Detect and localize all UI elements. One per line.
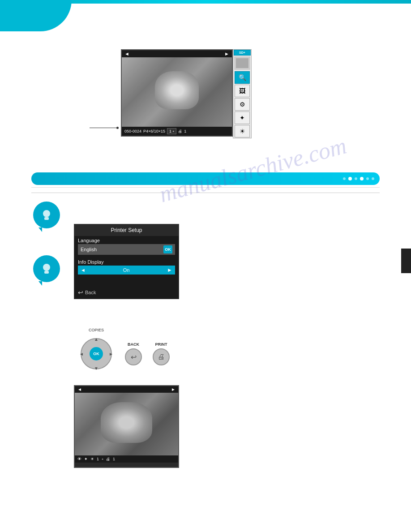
sd-card-icon [236,58,248,68]
annotation-line [90,128,119,128]
dialog-title: Printer Setup [74,224,179,236]
step-2-bubble [33,255,60,282]
sidebar-icon-settings[interactable]: ⚙ [235,98,250,111]
copies-box: 1 + [167,128,176,134]
lcd-nav-row: ◄ ► [122,50,232,57]
top-lcd-screen: ◄ ► 050-0024 P4×6/10×15 1 + 🖨 1 [121,49,233,137]
bottom-copies-plus: + [102,458,103,461]
d-pad: COPIES OK ▲ ▼ ◄ ► [78,336,114,372]
progress-section [31,172,380,185]
dot-3 [355,177,357,180]
step-2-icon [40,262,53,275]
print-button-label: PRINT [155,342,167,347]
info-display-right-arrow[interactable]: ► [167,267,172,273]
svg-rect-3 [44,271,49,274]
info-display-left-arrow[interactable]: ◄ [81,267,86,273]
bottom-lcd-screen: ◄ ► 👁 ✦ ☀ 1 + 🖨 1 [74,385,179,468]
dot-6 [372,177,374,180]
sidebar-icon-camera[interactable]: 🔍 [235,71,250,84]
printer-setup-dialog: Printer Setup Language English OK Info D… [74,224,179,299]
controller-area: COPIES OK ▲ ▼ ◄ ► BACK ↩ PRINT 🖨 [78,336,170,372]
dialog-spacer [74,277,179,286]
dot-1 [343,177,346,180]
print-icon: 🖨 [178,129,182,133]
bottom-lcd-photo [75,393,178,455]
back-button-label: BACK [128,342,139,347]
dialog-back[interactable]: ↩ Back [74,286,179,299]
back-button-icon: ↩ [131,353,137,361]
d-pad-down-button[interactable]: ▼ [94,366,98,371]
step-1-bubble [33,202,60,228]
separator-top [31,187,380,188]
bottom-right-arrow[interactable]: ► [171,387,176,392]
sd-icon-area [234,56,250,70]
language-label: Language [74,236,179,244]
back-label: Back [85,290,96,295]
bottom-left-arrow[interactable]: ◄ [77,387,82,392]
dot-4 [360,177,364,180]
copies-num: 1 [184,129,186,133]
ok-button[interactable]: OK [163,245,172,253]
language-field: English OK [78,244,175,255]
bottom-camera-icon: 👁 [77,457,81,461]
bottom-count: 1 [113,457,115,461]
info-display-field: ◄ On ► [78,266,175,275]
print-size: P4×6/10×15 [143,129,165,133]
divider-line [31,193,380,193]
d-pad-right-button[interactable]: ► [109,352,113,356]
svg-point-0 [43,210,50,217]
info-display-value: On [123,267,130,273]
back-button-container: BACK ↩ [125,342,142,365]
bottom-dog-photo [75,393,178,455]
bottom-effect-icon: ✦ [84,457,88,461]
svg-point-2 [43,264,50,271]
bottom-lcd-nav: ◄ ► [75,386,178,393]
dot-5 [366,177,369,180]
sidebar-icon-image[interactable]: 🖼 [235,85,250,97]
sidebar-icon-brightness[interactable]: ☀ [235,125,250,137]
print-button-container: PRINT 🖨 [153,342,170,365]
step-1-icon [40,208,53,222]
top-lcd-container: ◄ ► 050-0024 P4×6/10×15 1 + 🖨 1 SD+ 🔍 🖼 … [121,49,252,138]
lcd-sidebar: SD+ 🔍 🖼 ⚙ ✦ ☀ [233,49,252,138]
top-blob [0,0,72,36]
lcd-info-bar: 050-0024 P4×6/10×15 1 + 🖨 1 [122,127,232,136]
lcd-right-arrow[interactable]: ► [224,51,229,56]
language-value: English [81,247,97,252]
progress-dots [343,177,374,180]
d-pad-left-button[interactable]: ◄ [79,352,84,356]
sd-button[interactable]: SD+ [234,50,251,56]
sidebar-icon-effect[interactable]: ✦ [235,112,250,124]
back-button[interactable]: ↩ [125,348,142,365]
bottom-brightness-icon: ☀ [90,457,94,461]
lcd-photo-area [122,57,232,127]
dog-photo [122,57,232,127]
print-button[interactable]: 🖨 [153,348,170,365]
lcd-left-arrow[interactable]: ◄ [124,51,129,56]
info-display-label: Info Display [74,257,179,266]
bottom-lcd-bar: 👁 ✦ ☀ 1 + 🖨 1 [75,455,178,463]
copies-label: COPIES [89,328,104,332]
svg-rect-1 [44,217,49,220]
photo-number: 050-0024 [124,129,141,133]
bottom-copies: 1 [97,457,99,461]
right-tab [401,249,411,273]
watermark: manualsarchive.com [157,132,349,207]
copies-plus-icon: + [172,130,174,133]
back-icon: ↩ [78,289,83,296]
print-button-icon: 🖨 [158,353,165,361]
dot-2 [348,177,352,180]
bottom-print-icon: 🖨 [106,457,110,461]
d-pad-up-button[interactable]: ▲ [94,337,98,342]
d-pad-ok-button[interactable]: OK [90,347,103,360]
copies-value: 1 [169,129,171,133]
